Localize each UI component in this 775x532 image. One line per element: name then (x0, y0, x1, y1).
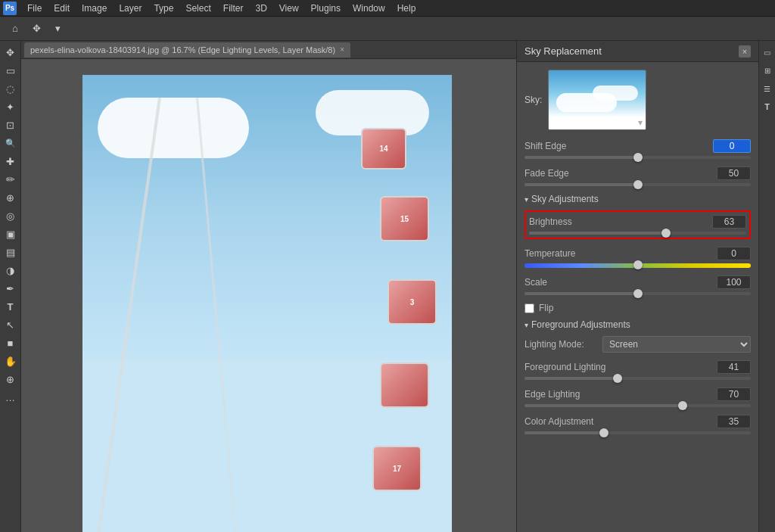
gondola-3: 3 (388, 279, 437, 325)
temperature-value[interactable]: 0 (717, 247, 751, 260)
shape-tool[interactable]: ■ (2, 334, 19, 351)
sky-adjustments-header[interactable]: ▾ Sky Adjustments (524, 194, 751, 204)
menu-type[interactable]: Type (148, 2, 179, 15)
home-button[interactable]: ⌂ (6, 20, 24, 38)
gradient-tool[interactable]: ▤ (2, 244, 19, 260)
eyedropper-tool[interactable]: 🔍 (2, 135, 19, 151)
fade-edge-value[interactable]: 50 (717, 166, 751, 180)
scale-label: Scale (524, 277, 547, 288)
toolbar-dropdown[interactable]: ▾ (48, 20, 67, 38)
edge-lighting-slider[interactable] (524, 404, 751, 407)
menu-window[interactable]: Window (347, 2, 391, 15)
temperature-slider[interactable] (524, 263, 751, 268)
shift-edge-slider[interactable] (524, 156, 751, 159)
menu-plugins[interactable]: Plugins (305, 2, 347, 15)
more-tools[interactable]: … (2, 389, 19, 406)
clone-tool[interactable]: ⊕ (2, 189, 19, 206)
edge-lighting-control: Edge Lighting 70 (524, 387, 751, 407)
brightness-thumb[interactable] (661, 229, 671, 238)
menu-3d[interactable]: 3D (249, 2, 272, 15)
lasso-tool[interactable]: ◌ (2, 80, 19, 97)
path-select-tool[interactable]: ↖ (2, 316, 19, 333)
brightness-slider[interactable] (529, 232, 746, 235)
canvas-tab[interactable]: pexels-elina-volkova-18403914.jpg @ 16.7… (24, 42, 350, 58)
sky-replacement-dialog: Sky Replacement × Sky: ▾ Shift Edge (516, 41, 758, 532)
scale-slider[interactable] (524, 292, 751, 295)
fade-edge-thumb[interactable] (633, 180, 643, 189)
fade-edge-slider[interactable] (524, 183, 751, 186)
menu-image[interactable]: Image (76, 2, 113, 15)
foreground-lighting-thumb[interactable] (613, 374, 622, 383)
flip-label[interactable]: Flip (539, 303, 553, 313)
color-adjustment-value[interactable]: 35 (717, 415, 751, 428)
sky-preview-thumbnail[interactable]: ▾ (548, 70, 646, 130)
color-adjustment-slider[interactable] (524, 431, 751, 434)
rectangle-select-tool[interactable]: ▭ (2, 62, 19, 79)
zoom-tool[interactable]: ⊕ (2, 371, 19, 387)
edge-lighting-label: Edge Lighting (524, 389, 580, 400)
thumb-cloud-2 (593, 86, 638, 101)
sky-dialog-content[interactable]: Sky: ▾ Shift Edge (517, 62, 758, 532)
menu-view[interactable]: View (273, 2, 305, 15)
gondola-mid (380, 362, 429, 408)
menu-help[interactable]: Help (391, 2, 422, 15)
canvas-content[interactable]: 14 15 3 17 (21, 59, 516, 532)
sky-dropdown-arrow[interactable]: ▾ (638, 117, 643, 128)
menu-file[interactable]: File (21, 2, 48, 15)
temperature-thumb[interactable] (633, 260, 643, 269)
foreground-adjustments-label: Foreground Adjustments (531, 319, 630, 330)
foreground-lighting-slider[interactable] (524, 377, 751, 380)
layers-panel-btn[interactable]: ⊞ (759, 62, 776, 79)
shift-edge-thumb[interactable] (633, 153, 643, 162)
menu-layer[interactable]: Layer (113, 2, 148, 15)
brightness-label: Brightness (529, 216, 572, 227)
type-panel-btn[interactable]: T (759, 98, 776, 115)
magic-wand-tool[interactable]: ✦ (2, 98, 19, 115)
edge-lighting-thumb[interactable] (678, 401, 687, 410)
brightness-value[interactable]: 63 (712, 215, 746, 229)
canvas-area: pexels-elina-volkova-18403914.jpg @ 16.7… (21, 41, 516, 532)
flip-checkbox[interactable] (524, 303, 534, 313)
history-tool[interactable]: ◎ (2, 207, 19, 224)
color-adjustment-thumb[interactable] (599, 428, 608, 437)
lighting-mode-label: Lighting Mode: (524, 339, 596, 350)
menu-select[interactable]: Select (179, 2, 216, 15)
toolbar: ⌂ ✥ ▾ (0, 17, 775, 41)
sky-preview-section: Sky: ▾ (524, 70, 751, 130)
sky-thumbnail-container[interactable]: ▾ (548, 70, 646, 130)
scale-fill (524, 292, 638, 295)
edge-lighting-value[interactable]: 70 (717, 387, 751, 401)
history-panel-btn[interactable]: ▭ (759, 44, 776, 61)
foreground-lighting-value[interactable]: 41 (717, 360, 751, 374)
pen-tool[interactable]: ✒ (2, 280, 19, 297)
sky-dialog-header: Sky Replacement × (517, 41, 758, 62)
hand-tool[interactable]: ✋ (2, 353, 19, 369)
foreground-adjustments-header[interactable]: ▾ Foreground Adjustments (524, 319, 751, 330)
flip-row: Flip (524, 303, 751, 313)
sky-label: Sky: (524, 95, 542, 105)
scale-value[interactable]: 100 (717, 275, 751, 289)
scale-control: Scale 100 (524, 275, 751, 295)
foreground-lighting-label: Foreground Lighting (524, 362, 605, 372)
crop-tool[interactable]: ⊡ (2, 117, 19, 133)
shift-edge-fill (524, 156, 638, 159)
chevron-down-icon: ▾ (524, 195, 528, 204)
menu-edit[interactable]: Edit (48, 2, 76, 15)
move-tool[interactable]: ✥ (2, 44, 19, 61)
move-tool-button[interactable]: ✥ (27, 20, 45, 38)
lighting-mode-select[interactable]: Screen Multiply Luminosity (602, 336, 751, 353)
menu-filter[interactable]: Filter (217, 2, 250, 15)
main-layout: ✥ ▭ ◌ ✦ ⊡ 🔍 ✚ ✏ ⊕ ◎ ▣ ▤ ◑ ✒ T ↖ ■ ✋ ⊕ … … (0, 41, 775, 532)
text-tool[interactable]: T (2, 298, 19, 315)
dodge-tool[interactable]: ◑ (2, 262, 19, 278)
brush-tool[interactable]: ✏ (2, 171, 19, 188)
shift-edge-control: Shift Edge (524, 139, 751, 159)
eraser-tool[interactable]: ▣ (2, 226, 19, 242)
shift-edge-value[interactable] (713, 139, 751, 153)
healing-tool[interactable]: ✚ (2, 153, 19, 170)
app-icon: Ps (3, 2, 17, 15)
scale-thumb[interactable] (633, 289, 643, 298)
close-button[interactable]: × (739, 45, 751, 58)
canvas-tab-close[interactable]: × (340, 45, 344, 54)
adjust-panel-btn[interactable]: ☰ (759, 80, 776, 97)
